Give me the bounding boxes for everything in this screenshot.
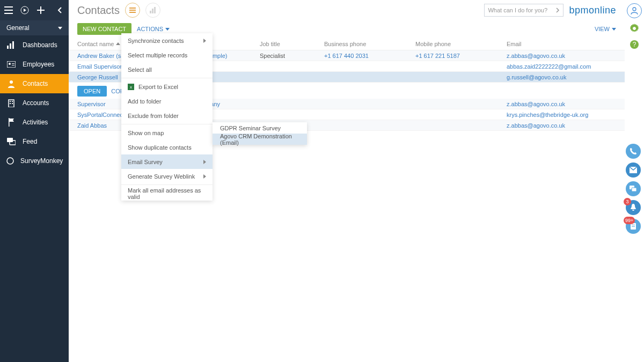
- sidebar-item-employees[interactable]: Employees: [0, 55, 69, 74]
- user-avatar[interactable]: [627, 3, 642, 18]
- email-cell[interactable]: z.abbas@agovo.co.uk: [507, 53, 565, 59]
- svg-rect-18: [10, 103, 11, 104]
- menu-item-label: Select all: [128, 67, 152, 73]
- play-icon[interactable]: [19, 5, 30, 16]
- svg-rect-1: [4, 10, 13, 11]
- svg-rect-40: [632, 225, 635, 225]
- actions-menu: Synchronize contactsSelect multiple reco…: [121, 33, 213, 201]
- list-view-button[interactable]: [125, 3, 140, 18]
- contact-name-link[interactable]: Email Supervisor: [77, 63, 122, 70]
- contact-name-link[interactable]: Supervisor: [77, 101, 106, 107]
- menu-item-label: Generate Survey Weblink: [128, 173, 195, 180]
- menu-item[interactable]: Add to folder: [121, 94, 213, 108]
- menu-item[interactable]: Select all: [121, 62, 213, 77]
- search-placeholder: What can I do for you?: [488, 7, 547, 13]
- svg-rect-10: [7, 61, 16, 68]
- notifications-bubble[interactable]: 3: [626, 200, 641, 215]
- phone-bubble[interactable]: [626, 144, 641, 159]
- email-cell[interactable]: abbas.zaid2222222@gmail.com: [507, 63, 591, 70]
- view-label: VIEW: [595, 26, 610, 32]
- svg-rect-2: [4, 13, 13, 14]
- analytics-view-button[interactable]: [145, 3, 160, 18]
- sort-asc-icon: [116, 42, 120, 45]
- sidebar-item-feed[interactable]: Feed: [0, 132, 69, 151]
- phone-cell[interactable]: +1 617 440 2031: [324, 53, 369, 59]
- submenu-item[interactable]: Agovo CRM Demonstration (Email): [213, 134, 307, 145]
- email-bubble[interactable]: [626, 162, 641, 178]
- chevron-down-icon: [165, 28, 170, 31]
- svg-point-33: [633, 8, 636, 11]
- email-cell[interactable]: g.russell@agovo.co.uk: [507, 74, 566, 80]
- svg-rect-16: [10, 101, 11, 102]
- svg-marker-21: [9, 119, 14, 122]
- open-button[interactable]: OPEN: [77, 86, 107, 97]
- menu-item[interactable]: Synchronize contacts: [121, 33, 213, 48]
- menu-item[interactable]: Mark all email addresses as valid: [121, 186, 213, 201]
- menu-item-label: Add to folder: [128, 98, 161, 105]
- flag-icon: [6, 117, 16, 127]
- plus-icon[interactable]: [35, 5, 46, 16]
- menu-icon[interactable]: [3, 5, 14, 16]
- column-header-mobile[interactable]: Mobile phone: [415, 41, 507, 47]
- svg-rect-28: [150, 11, 151, 13]
- sidebar-item-surveymonkey[interactable]: SurveyMonkey: [0, 151, 69, 171]
- chevron-left-icon[interactable]: [55, 5, 65, 16]
- svg-text:?: ?: [633, 41, 636, 48]
- menu-item[interactable]: Email Survey: [121, 154, 213, 169]
- settings-icon[interactable]: [628, 23, 640, 34]
- menu-item-label: Synchronize contacts: [128, 38, 184, 44]
- contact-name-link[interactable]: Zaid Abbas: [77, 122, 107, 129]
- circle-icon: [6, 156, 14, 166]
- workspace-label: General: [6, 24, 30, 32]
- sidebar-item-label: Dashboards: [23, 41, 57, 49]
- email-cell[interactable]: z.abbas@agovo.co.uk: [507, 101, 565, 107]
- notifications-badge: 3: [624, 198, 631, 205]
- help-icon[interactable]: ?: [628, 39, 640, 50]
- column-header-job[interactable]: Job title: [260, 41, 324, 47]
- chevron-down-icon: [58, 27, 62, 29]
- sidebar-item-accounts[interactable]: Accounts: [0, 93, 69, 113]
- topbar: Contacts What can I do for you? bpmonlin…: [69, 0, 625, 20]
- sidebar-item-label: Activities: [23, 119, 48, 126]
- sidebar-item-dashboards[interactable]: Dashboards: [0, 35, 69, 55]
- chevron-right-icon: [203, 39, 206, 43]
- actions-dropdown-button[interactable]: ACTIONS: [137, 26, 170, 32]
- feed-bubble[interactable]: [626, 181, 641, 196]
- workspace-selector[interactable]: General: [0, 20, 69, 35]
- mobile-cell[interactable]: +1 617 221 5187: [415, 53, 460, 59]
- svg-rect-30: [154, 7, 156, 13]
- svg-rect-15: [9, 100, 14, 107]
- svg-rect-9: [12, 41, 14, 49]
- email-cell[interactable]: z.abbas@agovo.co.uk: [507, 122, 565, 129]
- submenu-item[interactable]: GDPR Seminar Survey: [213, 122, 307, 134]
- menu-item[interactable]: Select multiple records: [121, 48, 213, 62]
- job-cell: Specialist: [260, 53, 324, 59]
- sidebar-top: [0, 0, 69, 20]
- svg-rect-12: [12, 63, 14, 64]
- page-title: Contacts: [77, 4, 120, 17]
- contact-name-link[interactable]: George Russell: [77, 74, 118, 80]
- svg-rect-6: [37, 10, 45, 11]
- svg-rect-41: [632, 226, 635, 227]
- menu-item[interactable]: Show duplicate contacts: [121, 140, 213, 154]
- email-cell[interactable]: krys.pinches@thebridge-uk.org: [507, 112, 588, 118]
- process-badge: 99+: [624, 217, 635, 224]
- global-search[interactable]: What can I do for you?: [484, 4, 564, 17]
- menu-item-label: xExport to Excel: [128, 84, 178, 90]
- menu-item[interactable]: xExport to Excel: [121, 79, 213, 94]
- communication-panel: 3 99+: [626, 144, 641, 234]
- svg-rect-19: [12, 103, 13, 104]
- chat-icon: [6, 137, 16, 146]
- view-dropdown-button[interactable]: VIEW: [595, 26, 616, 32]
- sidebar-item-activities[interactable]: Activities: [0, 113, 69, 132]
- svg-rect-8: [10, 43, 11, 49]
- chevron-down-icon: [612, 28, 616, 31]
- column-header-phone[interactable]: Business phone: [324, 41, 415, 47]
- menu-item[interactable]: Exclude from folder: [121, 108, 213, 123]
- column-header-email[interactable]: Email: [507, 41, 616, 47]
- sidebar-item-contacts[interactable]: Contacts: [0, 74, 69, 93]
- menu-item[interactable]: Generate Survey Weblink: [121, 169, 213, 183]
- svg-rect-25: [129, 8, 136, 9]
- process-bubble[interactable]: 99+: [626, 219, 641, 234]
- menu-item[interactable]: Show on map: [121, 125, 213, 140]
